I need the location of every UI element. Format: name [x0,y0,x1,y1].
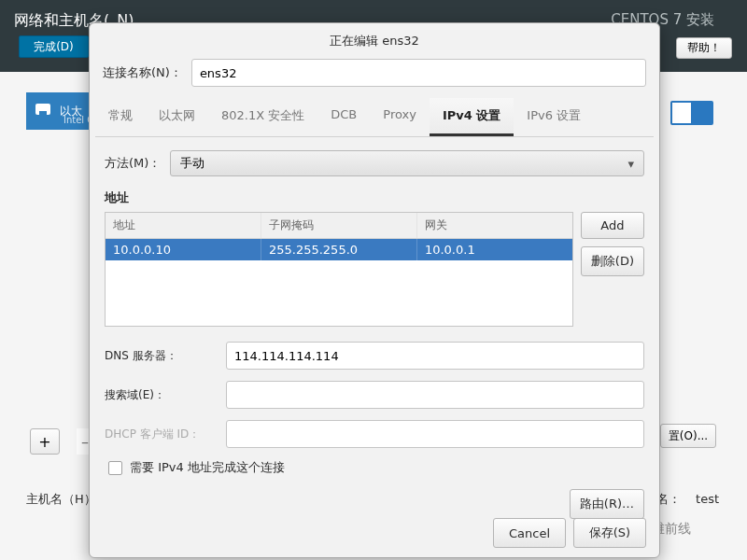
tab-general[interactable]: 常规 [95,98,146,136]
connection-name-label: 连接名称(N)： [103,64,182,81]
search-domains-input[interactable] [226,381,644,409]
configure-button[interactable]: 置(O)... [660,424,716,448]
table-row[interactable]: 10.0.0.10 255.255.255.0 10.0.0.1 [106,239,572,260]
delete-address-button[interactable]: 删除(D) [581,246,644,276]
method-select[interactable]: 手动 ▾ [170,150,644,176]
connection-toggle[interactable] [670,101,713,125]
hostname-label: 主机名（H） [26,491,96,508]
ethernet-icon [32,98,54,124]
table-empty-space [106,260,572,326]
dhcp-client-id-input [226,420,644,448]
tab-8021x[interactable]: 802.1X 安全性 [208,98,317,136]
method-label: 方法(M)： [105,155,161,172]
tab-bar: 常规 以太网 802.1X 安全性 DCB Proxy IPv4 设置 IPv6… [95,98,654,137]
connection-name-input[interactable] [191,59,646,87]
method-value: 手动 [180,155,204,172]
address-table[interactable]: 地址 子网掩码 网关 10.0.0.10 255.255.255.0 10.0.… [105,212,573,327]
chevron-down-icon: ▾ [627,157,634,171]
col-netmask: 子网掩码 [261,213,417,238]
addresses-heading: 地址 [90,184,659,212]
cell-gateway: 10.0.0.1 [417,239,572,260]
tab-ipv6[interactable]: IPv6 设置 [514,98,594,136]
edit-connection-dialog: 正在编辑 ens32 连接名称(N)： 常规 以太网 802.1X 安全性 DC… [89,22,660,558]
toggle-knob [691,103,712,123]
dialog-title: 正在编辑 ens32 [90,23,659,55]
tab-ethernet[interactable]: 以太网 [146,98,208,136]
tab-dcb[interactable]: DCB [317,98,370,136]
col-gateway: 网关 [417,213,572,238]
dns-label: DNS 服务器： [105,348,226,364]
save-button[interactable]: 保存(S) [573,518,646,548]
hostname-value: test [696,492,719,506]
tab-ipv4[interactable]: IPv4 设置 [430,98,514,136]
require-ipv4-label: 需要 IPv4 地址完成这个连接 [130,459,285,476]
cancel-button[interactable]: Cancel [493,518,566,548]
address-table-header: 地址 子网掩码 网关 [106,213,572,239]
search-domains-label: 搜索域(E)： [105,387,226,403]
cell-address: 10.0.0.10 [106,239,261,260]
dhcp-client-id-label: DHCP 客户端 ID： [105,427,226,442]
current-hostname: 名： test [656,491,720,508]
tab-proxy[interactable]: Proxy [370,98,430,136]
cell-netmask: 255.255.255.0 [261,239,417,260]
svg-rect-1 [39,111,47,115]
require-ipv4-checkbox[interactable] [108,461,122,475]
dns-input[interactable] [226,342,644,370]
help-button[interactable]: 帮助！ [676,37,732,59]
routes-button[interactable]: 路由(R)… [570,489,644,519]
add-connection-button[interactable]: + [30,428,60,455]
done-button[interactable]: 完成(D) [19,35,89,58]
add-address-button[interactable]: Add [581,212,644,239]
col-address: 地址 [106,213,261,238]
